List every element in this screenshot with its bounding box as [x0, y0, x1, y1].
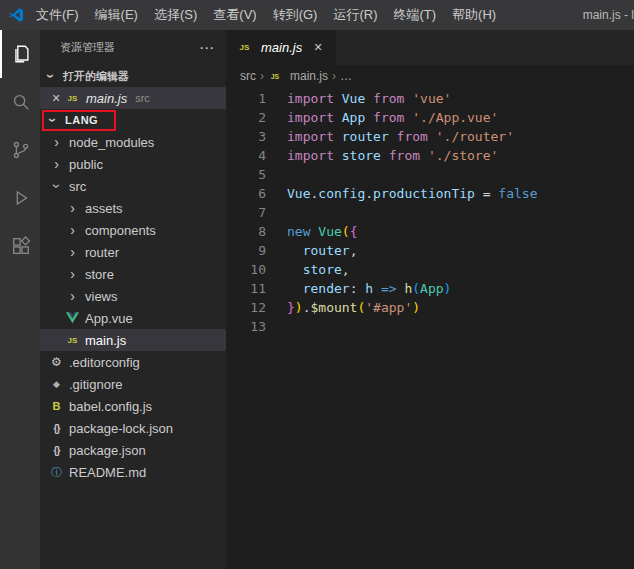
menu-item-3[interactable]: 查看(V): [205, 0, 264, 30]
tree-item-label: App.vue: [85, 311, 133, 326]
menu-item-2[interactable]: 选择(S): [146, 0, 205, 30]
tree-item-label: package.json: [69, 443, 146, 458]
tree-item-label: .gitignore: [69, 377, 122, 392]
line-number: 9: [226, 241, 266, 260]
tab-bar: JS main.js ✕: [226, 30, 634, 65]
babel-icon: B: [48, 400, 65, 412]
menu-item-0[interactable]: 文件(F): [28, 0, 87, 30]
close-icon[interactable]: ✕: [310, 41, 326, 54]
tree-item-node_modules[interactable]: ›node_modules: [40, 131, 226, 153]
tree-item-babel.config.js[interactable]: Bbabel.config.js: [40, 395, 226, 417]
code-line-8[interactable]: 8new Vue({: [226, 222, 634, 241]
line-number: 1: [226, 89, 266, 108]
git-icon: ◆: [48, 379, 65, 389]
vscode-logo-icon: [8, 7, 24, 23]
js-icon: JS: [64, 336, 81, 345]
workspace-root[interactable]: › LANG: [40, 109, 226, 131]
tree-item-label: package-lock.json: [69, 421, 173, 436]
open-editors-header[interactable]: › 打开的编辑器: [40, 65, 226, 87]
line-number: 13: [226, 317, 266, 336]
tree-item-src[interactable]: ›src: [40, 175, 226, 197]
chevron-right-icon: ›: [48, 157, 65, 171]
tree-item-package-lock.json[interactable]: {}package-lock.json: [40, 417, 226, 439]
chevron-right-icon: ›: [64, 289, 81, 303]
menu-item-6[interactable]: 终端(T): [385, 0, 444, 30]
editor-area: JS main.js ✕ src › JS main.js › … 1impor…: [226, 30, 634, 569]
chevron-right-icon: ›: [332, 69, 336, 83]
info-icon: ⓘ: [48, 465, 65, 480]
activity-run-debug-button[interactable]: [0, 174, 40, 222]
code-line-5[interactable]: 5: [226, 165, 634, 184]
close-icon[interactable]: ✕: [48, 92, 64, 105]
tree-item-label: components: [85, 223, 156, 238]
window-title: main.js - l: [577, 8, 634, 22]
code-line-9[interactable]: 9 router,: [226, 241, 634, 260]
run-debug-icon: [10, 187, 32, 209]
activity-search-button[interactable]: [0, 78, 40, 126]
code-area[interactable]: 1import Vue from 'vue'2import App from '…: [226, 87, 634, 569]
code-line-4[interactable]: 4import store from './store': [226, 146, 634, 165]
open-editor-detail: src: [135, 92, 150, 104]
chevron-right-icon: ›: [64, 267, 81, 281]
menu-item-4[interactable]: 转到(G): [265, 0, 326, 30]
line-number: 5: [226, 165, 266, 184]
tree-item-.editorconfig[interactable]: ⚙.editorconfig: [40, 351, 226, 373]
git-branch-icon: [10, 139, 32, 161]
tree-item-components[interactable]: ›components: [40, 219, 226, 241]
tree-item-label: README.md: [69, 465, 146, 480]
breadcrumb-symbol[interactable]: …: [340, 69, 352, 83]
chevron-right-icon: ›: [260, 69, 264, 83]
open-editor-item[interactable]: ✕ JS main.js src: [40, 87, 226, 109]
tree-item-router[interactable]: ›router: [40, 241, 226, 263]
tree-item-label: src: [69, 179, 86, 194]
more-actions-icon[interactable]: ⋯: [199, 39, 214, 57]
menu-item-5[interactable]: 运行(R): [325, 0, 385, 30]
chevron-right-icon: ›: [64, 245, 81, 259]
breadcrumb: src › JS main.js › …: [226, 65, 634, 87]
code-line-13[interactable]: 13: [226, 317, 634, 336]
activity-extensions-button[interactable]: [0, 222, 40, 270]
line-number: 2: [226, 108, 266, 127]
code-line-3[interactable]: 3import router from './router': [226, 127, 634, 146]
tree-item-public[interactable]: ›public: [40, 153, 226, 175]
line-number: 8: [226, 222, 266, 241]
chevron-right-icon: ›: [48, 135, 65, 149]
extensions-icon: [10, 235, 32, 257]
code-line-12[interactable]: 12}).$mount('#app'): [226, 298, 634, 317]
tree-item-label: node_modules: [69, 135, 154, 150]
tree-item-views[interactable]: ›views: [40, 285, 226, 307]
menu-item-1[interactable]: 编辑(E): [87, 0, 146, 30]
code-line-6[interactable]: 6Vue.config.productionTip = false: [226, 184, 634, 203]
code-line-10[interactable]: 10 store,: [226, 260, 634, 279]
line-number: 7: [226, 203, 266, 222]
tree-item-store[interactable]: ›store: [40, 263, 226, 285]
file-tree: ›node_modules›public›src›assets›componen…: [40, 131, 226, 569]
tree-item-.gitignore[interactable]: ◆.gitignore: [40, 373, 226, 395]
breadcrumb-file[interactable]: main.js: [290, 69, 328, 83]
code-line-1[interactable]: 1import Vue from 'vue': [226, 89, 634, 108]
code-line-2[interactable]: 2import App from './App.vue': [226, 108, 634, 127]
tree-item-label: router: [85, 245, 119, 260]
tree-item-package.json[interactable]: {}package.json: [40, 439, 226, 461]
tree-item-label: .editorconfig: [69, 355, 140, 370]
tree-item-label: store: [85, 267, 114, 282]
activity-explorer-button[interactable]: [0, 30, 40, 78]
activity-source-control-button[interactable]: [0, 126, 40, 174]
sidebar-header: 资源管理器 ⋯: [40, 30, 226, 65]
menu-item-7[interactable]: 帮助(H): [444, 0, 504, 30]
tree-item-label: main.js: [85, 333, 126, 348]
vue-icon: [64, 312, 81, 324]
tab-main-js[interactable]: JS main.js ✕: [226, 30, 336, 65]
tree-item-App.vue[interactable]: App.vue: [40, 307, 226, 329]
tree-item-main.js[interactable]: JSmain.js: [40, 329, 226, 351]
sidebar-explorer: 资源管理器 ⋯ › 打开的编辑器 ✕ JS main.js src › LANG…: [40, 30, 226, 569]
chevron-right-icon: ›: [64, 223, 81, 237]
breadcrumb-folder[interactable]: src: [240, 69, 256, 83]
tree-item-README.md[interactable]: ⓘREADME.md: [40, 461, 226, 483]
tree-item-assets[interactable]: ›assets: [40, 197, 226, 219]
workspace-name: LANG: [65, 114, 98, 126]
vscode-window: 文件(F)编辑(E)选择(S)查看(V)转到(G)运行(R)终端(T)帮助(H)…: [0, 0, 634, 569]
code-line-11[interactable]: 11 render: h => h(App): [226, 279, 634, 298]
tree-item-label: assets: [85, 201, 123, 216]
code-line-7[interactable]: 7: [226, 203, 634, 222]
